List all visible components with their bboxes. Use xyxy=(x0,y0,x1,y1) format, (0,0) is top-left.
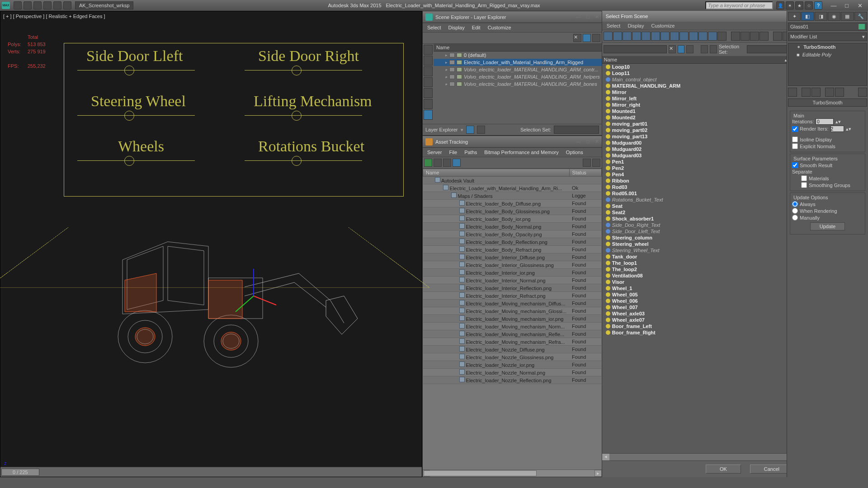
maximize-icon[interactable]: □ xyxy=(586,139,590,145)
scene-explorer-list[interactable]: Name ▸ 0 (default)▸ Electric_Loader_with… xyxy=(434,44,602,124)
modifier-list-dropdown[interactable]: Modifier List▾ xyxy=(788,33,867,41)
rig-slider[interactable] xyxy=(77,160,195,161)
help-search-input[interactable] xyxy=(705,1,773,9)
object-row[interactable]: Steering_Wheel_Text xyxy=(602,247,804,253)
filter-icon[interactable] xyxy=(698,32,708,41)
object-row[interactable]: moving_part02133 xyxy=(602,127,804,133)
close-button[interactable]: ✕ xyxy=(854,1,866,9)
filter-toggle-icon[interactable] xyxy=(678,45,685,53)
object-row[interactable]: Seat21778 xyxy=(602,209,804,216)
scroll-thumb[interactable] xyxy=(424,470,537,476)
object-row[interactable]: Side_Door_Lleft_Text xyxy=(602,228,804,235)
asset-row[interactable]: Electric_loader_Moving_mechanism_ior.png… xyxy=(423,315,602,323)
asset-row[interactable]: Electric_loader_Nozzle_Reflection.pngFou… xyxy=(423,376,602,384)
view-icon[interactable] xyxy=(710,45,717,53)
minimize-icon[interactable]: — xyxy=(576,14,581,20)
asset-row[interactable]: Electric_loader_Moving_mechanism_Diffus.… xyxy=(423,300,602,307)
ok-button[interactable]: OK xyxy=(706,465,741,474)
explicit-normals-checkbox[interactable] xyxy=(792,143,798,149)
select-from-scene-search-input[interactable] xyxy=(604,45,667,53)
asset-row[interactable]: Electric_loader_Body_Reflection.pngFound xyxy=(423,238,602,246)
asset-row[interactable]: Electric_loader_Interior_Refract.pngFoun… xyxy=(423,292,602,300)
object-row[interactable]: Boor_frame_Left105 xyxy=(602,323,804,329)
display-icon[interactable] xyxy=(741,32,750,41)
asset-row[interactable]: Maps / ShadersLogge xyxy=(423,192,602,200)
asset-row[interactable]: Autodesk Vault xyxy=(423,177,602,184)
rig-slider[interactable] xyxy=(245,115,362,116)
clear-icon[interactable]: ✕ xyxy=(573,34,581,42)
object-name-input[interactable]: Glass01 xyxy=(788,23,867,31)
viewport-label[interactable]: [ + ] [ Perspective ] [ Realistic + Edge… xyxy=(3,14,105,19)
rollout-turbosmooth[interactable]: TurboSmooth xyxy=(788,99,867,107)
filter-icon[interactable] xyxy=(613,32,622,41)
object-row[interactable]: Steering_column439 xyxy=(602,235,804,241)
object-row[interactable]: Wheel_0073396 xyxy=(602,304,804,310)
filter-icon[interactable] xyxy=(632,32,641,41)
object-row[interactable]: Rod034817 xyxy=(602,184,804,190)
view-icon[interactable] xyxy=(477,126,485,134)
layer-row[interactable]: ▸ Volvo_electric_loader_MATERIAL_HANDLIN… xyxy=(434,80,602,88)
iterations-input[interactable] xyxy=(816,118,834,125)
filter-icon[interactable] xyxy=(623,32,632,41)
close-icon[interactable]: ✕ xyxy=(595,139,599,145)
object-row[interactable]: The_loop172 xyxy=(602,260,804,266)
object-row[interactable]: moving_part13749 xyxy=(602,133,804,140)
close-icon[interactable]: ✕ xyxy=(595,14,599,20)
object-row[interactable]: Side_Doo_Right_Text xyxy=(602,222,804,228)
time-slider[interactable]: 0 / 225 xyxy=(0,467,422,477)
menu-customize[interactable]: Customize xyxy=(651,23,675,28)
asset-row[interactable]: Electric_loader_Body_Opacity.pngFound xyxy=(423,230,602,238)
settings2-icon[interactable] xyxy=(592,159,600,167)
new-icon[interactable] xyxy=(14,1,22,9)
refresh-icon[interactable] xyxy=(424,159,432,167)
object-row[interactable]: Loop1126 xyxy=(602,70,804,76)
column-header-name[interactable]: Name xyxy=(423,169,570,177)
asset-row[interactable]: Electric_loader_Moving_mechanism_Refra..… xyxy=(423,338,602,346)
asset-row[interactable]: Electric_loader_Body_ior.pngFound xyxy=(423,215,602,223)
asset-row[interactable]: Electric_loader_Interior_Normal.pngFound xyxy=(423,277,602,284)
render-iters-input[interactable] xyxy=(830,126,844,132)
horizontal-scrollbar[interactable]: ◂ ▸ xyxy=(602,453,811,460)
object-row[interactable]: Steering_wheel491 xyxy=(602,241,804,247)
asset-row[interactable]: Electric_loader_Body_Diffuse.pngFound xyxy=(423,200,602,207)
asset-row[interactable]: Electric_loader_Nozzle_Glossiness.pngFou… xyxy=(423,353,602,361)
filter-icon[interactable] xyxy=(689,32,698,41)
app-icon[interactable]: MAX xyxy=(2,2,10,9)
maximize-button[interactable]: □ xyxy=(840,1,853,9)
asset-row[interactable]: Electric_loader_Moving_mechanism_Norm...… xyxy=(423,323,602,330)
menu-display[interactable]: Display xyxy=(627,23,644,28)
asset-row[interactable]: Electric_loader_Nozzle_Diffuse.pngFound xyxy=(423,346,602,353)
object-row[interactable]: Wheel_0053396 xyxy=(602,291,804,298)
pin-icon[interactable] xyxy=(788,88,797,97)
filter-icon[interactable] xyxy=(708,32,717,41)
layer-row[interactable]: ▸ 0 (default) xyxy=(434,52,602,59)
link-icon[interactable] xyxy=(63,1,71,9)
filter-icon[interactable] xyxy=(660,32,670,41)
object-row[interactable]: Tank_door57 xyxy=(602,253,804,260)
object-row[interactable]: Pen2124 xyxy=(602,165,804,171)
help-icon[interactable]: ? xyxy=(814,1,822,9)
object-row[interactable]: Pen4848 xyxy=(602,171,804,178)
expand-icon[interactable] xyxy=(773,32,782,41)
remove-icon[interactable] xyxy=(825,88,834,97)
asset-row[interactable]: Electric_loader_Interior_Diffuse.pngFoun… xyxy=(423,253,602,261)
rig-slider[interactable] xyxy=(77,115,195,116)
modifier-stack[interactable]: ⚬ TurboSmooth ■ Editable Poly xyxy=(788,43,867,86)
render-iters-checkbox[interactable] xyxy=(792,126,798,132)
options-icon[interactable] xyxy=(686,45,693,53)
asset-row[interactable]: Electric_loader_Body_Glossiness.pngFound xyxy=(423,207,602,215)
asset-row[interactable]: Electric_loader_Interior_ior.pngFound xyxy=(423,269,602,277)
when-rendering-radio[interactable] xyxy=(792,208,798,214)
object-row[interactable]: Mounted2250 xyxy=(602,114,804,121)
signin-icon[interactable]: 👤 xyxy=(776,1,784,9)
selection-set-input[interactable] xyxy=(554,126,599,134)
star-icon[interactable]: ★ xyxy=(795,1,803,9)
update-button[interactable]: Update xyxy=(810,222,845,230)
object-row[interactable]: moving_part01428 xyxy=(602,121,804,127)
menu-display[interactable]: Display xyxy=(448,25,465,30)
column-header-status[interactable]: Status xyxy=(569,169,601,177)
filter-icon[interactable] xyxy=(670,32,679,41)
highlight-icon[interactable] xyxy=(453,159,461,167)
minimize-button[interactable]: — xyxy=(827,1,840,9)
maximize-icon[interactable]: □ xyxy=(586,14,590,20)
